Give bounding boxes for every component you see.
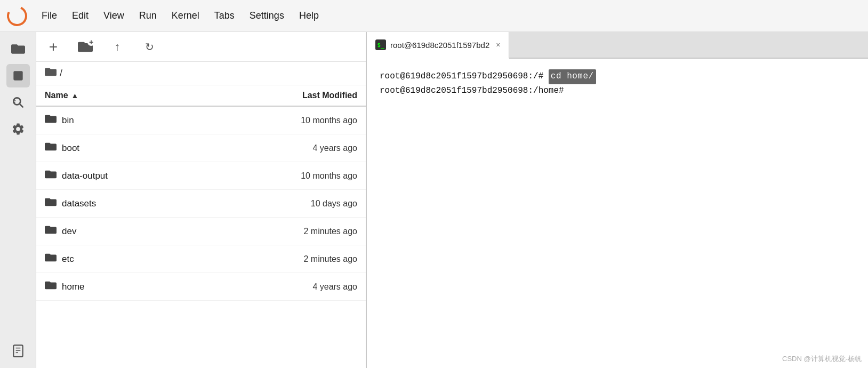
file-name: dev: [62, 226, 240, 237]
svg-rect-3: [13, 100, 15, 101]
svg-rect-5: [13, 345, 22, 357]
modified-column-header[interactable]: Last Modified: [240, 91, 357, 100]
table-row[interactable]: boot 4 years ago: [36, 134, 366, 162]
file-name: data-output: [62, 171, 240, 181]
menu-item-edit[interactable]: Edit: [65, 6, 96, 26]
terminal-tab-close-button[interactable]: ×: [496, 41, 500, 49]
terminal-tab-bar: $_ root@619d8c2051f1597bd2 ×: [367, 32, 868, 59]
main-area: + + ↑ ↻ / Name ▲ Last Modified: [0, 32, 868, 368]
file-name: home: [62, 282, 240, 292]
sidebar: [0, 32, 36, 368]
terminal-line: root@619d8c2051f1597bd2950698:/home#: [380, 84, 855, 98]
folder-icon: [45, 113, 57, 127]
file-list-header: Name ▲ Last Modified: [36, 85, 366, 107]
menu-item-run[interactable]: Run: [132, 6, 164, 26]
table-row[interactable]: etc 2 minutes ago: [36, 245, 366, 273]
table-row[interactable]: datasets 10 days ago: [36, 190, 366, 218]
breadcrumb-icon: [45, 66, 57, 81]
name-column-header[interactable]: Name ▲: [45, 91, 240, 100]
new-file-button[interactable]: +: [45, 38, 62, 55]
new-folder-button[interactable]: +: [77, 38, 94, 55]
menu-item-help[interactable]: Help: [292, 6, 326, 26]
file-name: datasets: [62, 198, 240, 209]
menu-item-file[interactable]: File: [34, 6, 65, 26]
terminal-tab-icon: $_: [375, 39, 386, 50]
folder-icon: [45, 279, 57, 294]
file-modified: 10 months ago: [240, 171, 357, 181]
folder-icon: [45, 169, 57, 183]
file-name: boot: [62, 143, 240, 154]
svg-line-2: [19, 104, 22, 107]
breadcrumb: /: [36, 62, 366, 85]
sort-arrow-icon: ▲: [71, 91, 79, 100]
sidebar-icon-running[interactable]: [6, 64, 30, 87]
file-modified: 10 months ago: [240, 116, 357, 125]
file-browser: + + ↑ ↻ / Name ▲ Last Modified: [36, 32, 367, 368]
table-row[interactable]: data-output 10 months ago: [36, 162, 366, 190]
menu-item-tabs[interactable]: Tabs: [207, 6, 242, 26]
menu-item-view[interactable]: View: [96, 6, 132, 26]
breadcrumb-path: /: [60, 68, 62, 79]
sidebar-icon-files[interactable]: [6, 37, 30, 61]
terminal-line: root@619d8c2051f1597bd2950698:/# cd home…: [380, 69, 855, 84]
folder-icon: [45, 141, 57, 155]
folder-icon: [45, 196, 57, 211]
sidebar-icon-settings[interactable]: [6, 117, 30, 141]
file-modified: 10 days ago: [240, 199, 357, 209]
terminal-panel: $_ root@619d8c2051f1597bd2 × root@619d8c…: [367, 32, 868, 368]
refresh-button[interactable]: ↻: [141, 38, 158, 55]
svg-rect-4: [13, 102, 15, 103]
terminal-prompt: root@619d8c2051f1597bd2950698:/home#: [380, 84, 564, 98]
file-modified: 4 years ago: [240, 143, 357, 153]
upload-button[interactable]: ↑: [109, 38, 126, 55]
terminal-prompt: root@619d8c2051f1597bd2950698:/#: [380, 70, 549, 84]
menubar: FileEditViewRunKernelTabsSettingsHelp: [0, 0, 868, 32]
file-modified: 4 years ago: [240, 282, 357, 292]
terminal-content: root@619d8c2051f1597bd2950698:/# cd home…: [367, 59, 868, 368]
menu-item-kernel[interactable]: Kernel: [164, 6, 207, 26]
folder-icon: [45, 252, 57, 266]
file-toolbar: + + ↑ ↻: [36, 32, 366, 62]
svg-rect-0: [13, 71, 22, 80]
folder-icon: [45, 224, 57, 238]
file-name: etc: [62, 254, 240, 265]
file-modified: 2 minutes ago: [240, 227, 357, 236]
table-row[interactable]: dev 2 minutes ago: [36, 218, 366, 245]
terminal-tab[interactable]: $_ root@619d8c2051f1597bd2 ×: [367, 32, 509, 59]
terminal-tab-label: root@619d8c2051f1597bd2: [390, 41, 489, 50]
file-list: bin 10 months ago boot 4 years ago data-…: [36, 107, 366, 368]
terminal-command: cd home/: [549, 69, 596, 84]
table-row[interactable]: home 4 years ago: [36, 273, 366, 301]
app-logo: [5, 4, 29, 28]
sidebar-icon-pages[interactable]: [6, 339, 30, 363]
file-modified: 2 minutes ago: [240, 254, 357, 264]
table-row[interactable]: bin 10 months ago: [36, 107, 366, 134]
file-name: bin: [62, 115, 240, 126]
watermark: CSDN @计算机视觉-杨帆: [782, 354, 862, 364]
menu-item-settings[interactable]: Settings: [242, 6, 292, 26]
sidebar-icon-search[interactable]: [6, 91, 30, 114]
